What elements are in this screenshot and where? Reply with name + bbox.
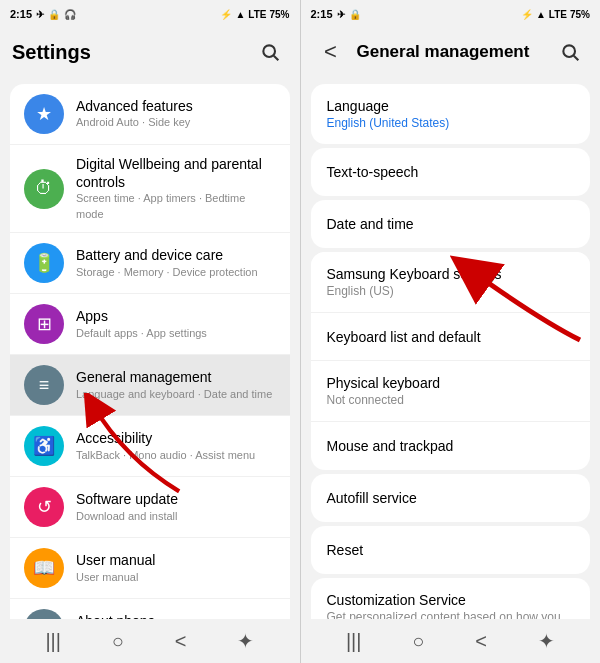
- right-bluetooth-icon: ⚡: [521, 9, 533, 20]
- rp-item-physical-keyboard[interactable]: Physical keyboard Not connected: [311, 361, 591, 422]
- settings-item-software-update[interactable]: ↺ Software update Download and install: [10, 477, 290, 538]
- left-status-bar: 2:15 ✈ 🔒 🎧 ⚡ ▲ LTE 75%: [0, 0, 300, 28]
- right-search-button[interactable]: [552, 34, 588, 70]
- rp-item-keyboard-list[interactable]: Keyboard list and default: [311, 313, 591, 361]
- rp-group-tts: Text-to-speech: [311, 148, 591, 196]
- apps-icon: ⊞: [24, 304, 64, 344]
- right-lte-icon: LTE: [549, 9, 567, 20]
- apps-subtitle: Default apps · App settings: [76, 326, 276, 341]
- rp-group-keyboard: Samsung Keyboard settings English (US) K…: [311, 252, 591, 470]
- left-bottom-nav: ||| ○ < ✦: [0, 619, 300, 663]
- general-management-icon: ≡: [24, 365, 64, 405]
- rp-group-customization: Customization Service Get personalized c…: [311, 578, 591, 619]
- user-manual-icon: 📖: [24, 548, 64, 588]
- software-update-icon: ↺: [24, 487, 64, 527]
- settings-item-digital-wellbeing[interactable]: ⏱ Digital Wellbeing and parental control…: [10, 145, 290, 233]
- settings-item-user-manual[interactable]: 📖 User manual User manual: [10, 538, 290, 599]
- right-nav-home[interactable]: ○: [398, 624, 438, 659]
- svg-line-4: [574, 56, 579, 61]
- right-wifi-icon: ▲: [536, 9, 546, 20]
- settings-item-apps[interactable]: ⊞ Apps Default apps · App settings: [10, 294, 290, 355]
- left-search-button[interactable]: [252, 34, 288, 70]
- accessibility-icon: ♿: [24, 426, 64, 466]
- rp-item-language[interactable]: Language English (United States): [311, 84, 591, 144]
- samsung-keyboard-subtitle: English (US): [327, 284, 575, 298]
- battery-title: Battery and device care: [76, 246, 276, 264]
- rp-item-samsung-keyboard[interactable]: Samsung Keyboard settings English (US): [311, 252, 591, 313]
- user-manual-title: User manual: [76, 551, 276, 569]
- battery-subtitle: Storage · Memory · Device protection: [76, 265, 276, 280]
- battery-icon: 🔋: [24, 243, 64, 283]
- wifi-icon: ▲: [235, 9, 245, 20]
- tts-title: Text-to-speech: [327, 164, 575, 180]
- autofill-title: Autofill service: [327, 490, 575, 506]
- advanced-features-title: Advanced features: [76, 97, 276, 115]
- right-top-bar: < General management: [301, 28, 601, 76]
- settings-item-about-phone[interactable]: ℹ About phone Status · Legal information…: [10, 599, 290, 619]
- physical-keyboard-title: Physical keyboard: [327, 375, 575, 391]
- rp-group-reset: Reset: [311, 526, 591, 574]
- accessibility-title: Accessibility: [76, 429, 276, 447]
- left-nav-back[interactable]: <: [161, 624, 201, 659]
- digital-wellbeing-title: Digital Wellbeing and parental controls: [76, 155, 276, 191]
- accessibility-subtitle: TalkBack · Mono audio · Assist menu: [76, 448, 276, 463]
- rp-item-customization[interactable]: Customization Service Get personalized c…: [311, 578, 591, 619]
- right-panel-list: Language English (United States) Text-to…: [301, 76, 601, 619]
- rp-group-datetime: Date and time: [311, 200, 591, 248]
- headset-icon: 🎧: [64, 9, 76, 20]
- right-panel-title: General management: [357, 42, 545, 62]
- rp-item-tts[interactable]: Text-to-speech: [311, 148, 591, 196]
- software-update-title: Software update: [76, 490, 276, 508]
- left-settings-group: ★ Advanced features Android Auto · Side …: [10, 84, 290, 619]
- settings-item-accessibility[interactable]: ♿ Accessibility TalkBack · Mono audio · …: [10, 416, 290, 477]
- right-battery: 75%: [570, 9, 590, 20]
- about-phone-title: About phone: [76, 612, 276, 619]
- datetime-title: Date and time: [327, 216, 575, 232]
- software-update-subtitle: Download and install: [76, 509, 276, 524]
- rp-item-reset[interactable]: Reset: [311, 526, 591, 574]
- settings-item-battery[interactable]: 🔋 Battery and device care Storage · Memo…: [10, 233, 290, 294]
- rp-group-language: Language English (United States): [311, 84, 591, 144]
- left-time: 2:15: [10, 8, 32, 20]
- rp-item-datetime[interactable]: Date and time: [311, 200, 591, 248]
- left-panel-title: Settings: [12, 41, 244, 64]
- customization-subtitle: Get personalized content based on how yo…: [327, 610, 575, 619]
- digital-wellbeing-subtitle: Screen time · App timers · Bedtime mode: [76, 191, 276, 222]
- bluetooth-icon: ⚡: [220, 9, 232, 20]
- physical-keyboard-subtitle: Not connected: [327, 393, 575, 407]
- left-nav-home[interactable]: ○: [98, 624, 138, 659]
- left-settings-list: ★ Advanced features Android Auto · Side …: [0, 76, 300, 619]
- settings-item-advanced-features[interactable]: ★ Advanced features Android Auto · Side …: [10, 84, 290, 145]
- left-battery: 75%: [269, 9, 289, 20]
- right-telegram-icon: ✈: [337, 9, 345, 20]
- mouse-trackpad-title: Mouse and trackpad: [327, 438, 575, 454]
- about-phone-icon: ℹ: [24, 609, 64, 619]
- samsung-keyboard-title: Samsung Keyboard settings: [327, 266, 575, 282]
- right-nav-back[interactable]: <: [461, 624, 501, 659]
- apps-title: Apps: [76, 307, 276, 325]
- left-nav-menu[interactable]: |||: [31, 624, 75, 659]
- right-nav-menu[interactable]: |||: [332, 624, 376, 659]
- rp-item-mouse-trackpad[interactable]: Mouse and trackpad: [311, 422, 591, 470]
- lte-icon: LTE: [248, 9, 266, 20]
- svg-line-1: [273, 56, 278, 61]
- advanced-features-icon: ★: [24, 94, 64, 134]
- back-button[interactable]: <: [313, 34, 349, 70]
- reset-title: Reset: [327, 542, 575, 558]
- right-nav-extra[interactable]: ✦: [524, 623, 569, 659]
- advanced-features-subtitle: Android Auto · Side key: [76, 115, 276, 130]
- rp-group-autofill: Autofill service: [311, 474, 591, 522]
- language-title: Language: [327, 98, 575, 114]
- digital-wellbeing-icon: ⏱: [24, 169, 64, 209]
- settings-item-general-management[interactable]: ≡ General management Language and keyboa…: [10, 355, 290, 416]
- telegram-icon: ✈: [36, 9, 44, 20]
- general-management-title: General management: [76, 368, 276, 386]
- svg-point-3: [563, 45, 575, 57]
- user-manual-subtitle: User manual: [76, 570, 276, 585]
- svg-point-0: [263, 45, 275, 57]
- vpn-icon: 🔒: [48, 9, 60, 20]
- language-subtitle: English (United States): [327, 116, 575, 130]
- general-management-subtitle: Language and keyboard · Date and time: [76, 387, 276, 402]
- left-nav-extra[interactable]: ✦: [223, 623, 268, 659]
- rp-item-autofill[interactable]: Autofill service: [311, 474, 591, 522]
